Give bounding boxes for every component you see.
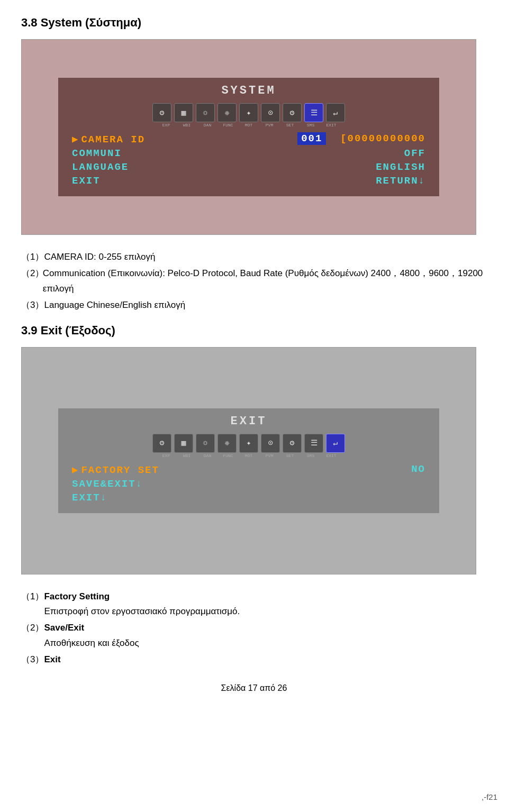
- exit-lbl-func: FUNC: [219, 453, 238, 458]
- list-item-1: （1） CAMERA ID: 0-255 επιλογή: [21, 250, 487, 265]
- corner-label: ,-f21: [482, 792, 497, 801]
- osd-row-camera-id: ▶CAMERA ID 001 [00000000000: [69, 132, 429, 147]
- exit-row-save-label: SAVE&EXIT↓: [72, 478, 143, 490]
- exit-lbl-exit-icon: EXIT: [322, 453, 341, 458]
- lbl-func: FUNC: [219, 123, 238, 127]
- exit-icon-mot: ✦: [239, 434, 258, 453]
- exit-icon-sms: ☰: [304, 434, 323, 453]
- lbl-exp: EXP: [157, 123, 176, 127]
- osd-row-communi: COMMUNI OFF: [69, 147, 429, 160]
- lbl-pvm: PVM: [260, 123, 279, 127]
- osd-icon-row: ⚙ ▦ ☼ ❈ ✦ ⊙ ⚙ ☰ ↵: [152, 103, 346, 123]
- item-2-num: （2）: [21, 266, 43, 297]
- exit-item-2-title: Save/Exit: [44, 623, 84, 633]
- item-2-text: Communication (Επικοινωνία): Pelco-D Pro…: [43, 266, 487, 297]
- page-info: Σελίδα 17 από 26: [221, 683, 287, 692]
- exit-icon-wbi: ▦: [174, 434, 193, 453]
- osd-row-communi-label: COMMUNI: [72, 148, 122, 159]
- exit-lbl-sms: SMS: [301, 453, 320, 458]
- exit-lbl-wbi: WBI: [177, 453, 196, 458]
- exit-list-item-2: （2） Save/Exit Αποθήκευση και έξοδος: [21, 621, 487, 651]
- section-9-title: 3.9 Exit (Έξοδος): [21, 324, 487, 337]
- exit-osd-icons-wrap: ⚙ ▦ ☼ ❈ ✦ ⊙ ⚙ ☰ ↵ EXP WBI DAN FUNC MOT P…: [69, 433, 429, 458]
- osd-row-language-label: LANGUAGE: [72, 161, 129, 173]
- exit-row-exit-label: EXIT↓: [72, 492, 107, 504]
- exit-row-factory-label: ▶FACTORY SET: [72, 463, 159, 476]
- osd-system-title: SYSTEM: [69, 84, 429, 97]
- exit-list-item-3: （3） Exit: [21, 652, 487, 668]
- exit-row-factory-val: NO: [411, 463, 425, 476]
- exit-item-1-num: （1）: [21, 589, 44, 620]
- osd-row-communi-val: OFF: [404, 148, 425, 159]
- exit-icon-set: ⚙: [283, 434, 302, 453]
- osd-icon-set: ⚙: [283, 103, 302, 122]
- exit-osd-row-factory: ▶FACTORY SET NO: [69, 462, 429, 477]
- osd-row-exit-val: RETURN↓: [376, 175, 425, 187]
- exit-osd-icon-row: ⚙ ▦ ☼ ❈ ✦ ⊙ ⚙ ☰ ↵: [152, 433, 346, 453]
- osd-row-language-val: ENGLISH: [376, 161, 425, 173]
- exit-item-2-text: Αποθήκευση και έξοδος: [44, 638, 139, 648]
- exit-item-3-title: Exit: [44, 654, 60, 664]
- osd-row-exit-label: EXIT: [72, 175, 101, 187]
- exit-osd-label-row: EXP WBI DAN FUNC MOT PVM SET SMS EXIT: [157, 453, 341, 458]
- lbl-exit-icon: EXIT: [322, 123, 341, 127]
- page-footer: Σελίδα 17 από 26: [21, 683, 487, 693]
- lbl-mot: MOT: [239, 123, 258, 127]
- osd-exit-title: EXIT: [69, 415, 429, 428]
- exit-lbl-set: SET: [280, 453, 300, 458]
- section-8-title: 3.8 System (Σύστημα): [21, 16, 487, 30]
- lbl-wbi: WBI: [177, 123, 196, 127]
- exit-icon-pvm: ⊙: [261, 434, 280, 453]
- arrow-icon: ▶: [72, 134, 79, 145]
- system-screenshot: SYSTEM ⚙ ▦ ☼ ❈ ✦ ⊙ ⚙ ☰ ↵ EXP WBI DAN FUN…: [21, 39, 476, 235]
- osd-icon-exp: ⚙: [152, 103, 171, 122]
- exit-item-2-content: Save/Exit Αποθήκευση και έξοδος: [44, 621, 139, 651]
- osd-icon-func: ❈: [217, 103, 237, 122]
- exit-osd-menu: EXIT ⚙ ▦ ☼ ❈ ✦ ⊙ ⚙ ☰ ↵ EXP WBI DAN FUNC …: [58, 408, 439, 513]
- exit-item-2-num: （2）: [21, 621, 44, 651]
- section-9-text: （1） Factory Setting Επιστροφή στον εργοσ…: [21, 589, 487, 668]
- osd-icon-wbi: ▦: [174, 103, 193, 122]
- system-osd-menu: SYSTEM ⚙ ▦ ☼ ❈ ✦ ⊙ ⚙ ☰ ↵ EXP WBI DAN FUN…: [58, 78, 439, 196]
- list-item-2: （2） Communication (Επικοινωνία): Pelco-D…: [21, 266, 487, 297]
- osd-row-camera-label: ▶CAMERA ID: [72, 133, 145, 145]
- list-item-3: （3） Language Chinese/English επιλογή: [21, 298, 487, 313]
- item-1-text: CAMERA ID: 0-255 επιλογή: [44, 250, 155, 265]
- osd-row-camera-val: 001 [00000000000: [297, 133, 425, 145]
- osd-icon-sms: ☰: [304, 103, 323, 122]
- exit-lbl-pvm: PVM: [260, 453, 279, 458]
- item-3-num: （3）: [21, 298, 44, 313]
- osd-label-row: EXP WBI DAN FUNC MOT PVM SET SMS EXIT: [157, 123, 341, 127]
- osd-icon-pvm: ⊙: [261, 103, 280, 122]
- lbl-dan: DAN: [198, 123, 217, 127]
- exit-icon-exit: ↵: [326, 434, 345, 453]
- exit-icon-func: ❈: [217, 434, 237, 453]
- exit-osd-row-exit: EXIT↓: [69, 491, 429, 505]
- exit-osd-row-save: SAVE&EXIT↓: [69, 477, 429, 491]
- osd-row-language: LANGUAGE ENGLISH: [69, 160, 429, 174]
- item-3-text: Language Chinese/English επιλογή: [44, 298, 185, 313]
- osd-row-exit: EXIT RETURN↓: [69, 174, 429, 188]
- exit-lbl-exp: EXP: [157, 453, 176, 458]
- lbl-set: SET: [280, 123, 300, 127]
- exit-arrow-icon: ▶: [72, 464, 79, 476]
- exit-icon-exp: ⚙: [152, 434, 171, 453]
- exit-item-1-content: Factory Setting Επιστροφή στον εργοστασι…: [44, 589, 240, 620]
- lbl-sms: SMS: [301, 123, 320, 127]
- exit-item-3-num: （3）: [21, 652, 44, 668]
- osd-icon-mot: ✦: [239, 103, 258, 122]
- exit-item-1-text: Επιστροφή στον εργοστασιακό προγραμματισ…: [44, 606, 240, 616]
- osd-icons-wrap: ⚙ ▦ ☼ ❈ ✦ ⊙ ⚙ ☰ ↵ EXP WBI DAN FUNC MOT P…: [69, 103, 429, 127]
- exit-lbl-dan: DAN: [198, 453, 217, 458]
- item-1-num: （1）: [21, 250, 44, 265]
- exit-list-item-1: （1） Factory Setting Επιστροφή στον εργοσ…: [21, 589, 487, 620]
- exit-item-3-content: Exit: [44, 652, 60, 668]
- section-8-text: （1） CAMERA ID: 0-255 επιλογή （2） Communi…: [21, 250, 487, 313]
- exit-screenshot: EXIT ⚙ ▦ ☼ ❈ ✦ ⊙ ⚙ ☰ ↵ EXP WBI DAN FUNC …: [21, 347, 476, 574]
- exit-lbl-mot: MOT: [239, 453, 258, 458]
- osd-icon-dan: ☼: [196, 103, 215, 122]
- exit-icon-dan: ☼: [196, 434, 215, 453]
- osd-icon-exit: ↵: [326, 103, 345, 122]
- exit-item-1-title: Factory Setting: [44, 591, 110, 601]
- camera-id-box: 001: [297, 132, 326, 145]
